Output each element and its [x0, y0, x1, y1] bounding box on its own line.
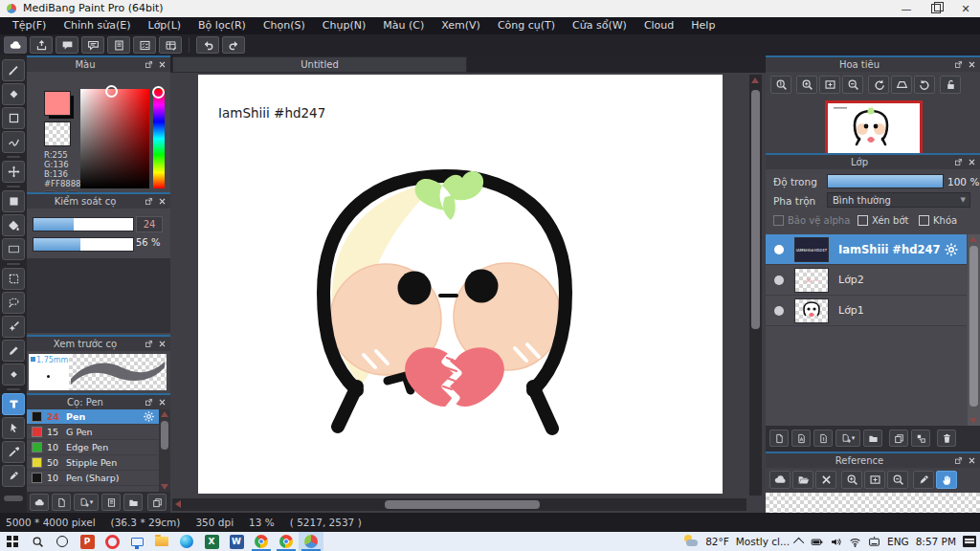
new-layer-button[interactable] [769, 430, 789, 447]
popout-icon[interactable] [953, 59, 964, 70]
brush-list-scrollbar[interactable] [159, 409, 170, 492]
layer-row-1[interactable]: Lớp1 [766, 296, 967, 326]
brush-item-g-pen[interactable]: 15 G Pen [27, 425, 159, 440]
scrollbar-thumb[interactable] [751, 90, 760, 329]
menu-view[interactable]: Xem(V) [433, 17, 489, 34]
canvas-horizontal-scrollbar[interactable] [172, 498, 746, 511]
battery-icon[interactable] [811, 536, 823, 548]
volume-icon[interactable] [830, 536, 842, 548]
menu-select[interactable]: Chọn(S) [255, 17, 314, 34]
new-folder-button[interactable] [863, 430, 882, 447]
navigator-fit-button[interactable] [819, 76, 840, 94]
brush-folder-button[interactable] [123, 494, 143, 511]
brush-script-button[interactable] [101, 494, 121, 511]
brush-item-pen-sharp[interactable]: 10 Pen (Sharp) [27, 471, 159, 486]
transparent-color-swatch[interactable] [44, 121, 71, 146]
close-panel-icon[interactable] [967, 157, 977, 167]
start-button[interactable] [0, 532, 25, 551]
tool-text[interactable] [2, 393, 25, 415]
taskbar-search-button[interactable] [25, 532, 50, 551]
reference-zoom-in-button[interactable] [841, 471, 862, 489]
tool-brush[interactable] [2, 59, 25, 81]
tool-move[interactable] [2, 161, 25, 183]
menu-file[interactable]: Tệp(F) [4, 17, 55, 34]
reference-zoom-out-button[interactable] [887, 471, 908, 489]
new-1bit-layer-button[interactable] [813, 430, 833, 447]
comment-button[interactable] [56, 36, 78, 54]
brush-item-stipple-pen[interactable]: 50 Stipple Pen [27, 455, 159, 471]
close-panel-icon[interactable] [967, 455, 977, 466]
scrollbar-thumb[interactable] [385, 500, 540, 509]
menu-window[interactable]: Cửa sổ(W) [564, 17, 635, 34]
touch-keyboard-icon[interactable] [868, 536, 880, 548]
restore-button[interactable] [922, 0, 950, 17]
canvas-vertical-scrollbar[interactable] [749, 75, 762, 496]
layer-visibility-toggle[interactable] [774, 306, 784, 316]
navigator-zoom-out-button[interactable] [842, 76, 863, 94]
lock-checkbox[interactable]: Khóa [919, 215, 957, 226]
export-button[interactable] [30, 36, 53, 54]
taskbar-display[interactable] [124, 532, 149, 551]
layer-visibility-toggle[interactable] [774, 276, 784, 285]
weather-temperature[interactable]: 82°F [705, 536, 729, 547]
blend-mode-dropdown[interactable]: Bình thường ▼ [827, 192, 970, 208]
menu-tools[interactable]: Công cụ(T) [489, 17, 564, 34]
tool-bucket[interactable] [2, 214, 25, 236]
tool-pen[interactable] [2, 465, 25, 487]
navigator-rotate-cw-button[interactable] [914, 76, 935, 94]
scroll-up-icon[interactable] [751, 77, 759, 83]
alpha-lock-checkbox[interactable]: Bảo vệ alpha [773, 215, 850, 226]
brush-item-pen[interactable]: 24 Pen [27, 409, 159, 425]
close-panel-icon[interactable] [157, 339, 167, 349]
reference-eyedropper-button[interactable] [913, 471, 934, 489]
popout-icon[interactable] [144, 397, 154, 408]
navigator-zoom-in-button[interactable] [796, 76, 817, 94]
navigator-reset-view-button[interactable] [891, 76, 912, 94]
scrollbar-thumb[interactable] [969, 246, 978, 407]
taskbar-file-explorer[interactable] [149, 532, 174, 551]
weather-description[interactable]: Mostly cl... [736, 536, 790, 547]
popout-icon[interactable] [953, 455, 964, 466]
menu-filter[interactable]: Bộ lọc(R) [189, 17, 255, 34]
brush-duplicate-button[interactable] [147, 494, 167, 511]
minimize-button[interactable]: — [892, 0, 921, 17]
scroll-up-icon[interactable] [161, 411, 168, 417]
taskbar-medibang[interactable] [299, 532, 323, 551]
layer-list-scrollbar[interactable] [968, 234, 980, 426]
scroll-down-icon[interactable] [969, 418, 977, 424]
reference-clear-button[interactable] [815, 471, 836, 489]
comment-list-button[interactable] [81, 36, 104, 54]
document-button[interactable] [107, 36, 130, 54]
tool-magic-wand[interactable] [2, 316, 25, 338]
tool-select-pen[interactable] [2, 340, 25, 362]
duplicate-layer-button[interactable] [889, 430, 908, 447]
layer-opacity-slider[interactable] [827, 174, 944, 188]
navigator-zoom-actual-button[interactable] [770, 76, 791, 94]
taskbar-chrome[interactable] [249, 532, 274, 551]
tool-eyedropper[interactable] [2, 441, 25, 463]
menu-capture[interactable]: Chụp(N) [314, 17, 374, 34]
reference-cloud-button[interactable] [769, 471, 791, 489]
add-layer-menu-button[interactable]: ▾ [835, 430, 860, 447]
brush-cloud-button[interactable] [30, 494, 49, 511]
navigator-unlock-button[interactable] [940, 76, 961, 94]
scroll-down-icon[interactable] [161, 484, 168, 490]
cloud-save-button[interactable] [4, 36, 27, 54]
language-indicator[interactable]: ENG [887, 536, 909, 547]
reference-hand-button[interactable] [936, 471, 957, 489]
cortana-button[interactable] [50, 532, 75, 551]
tool-select-eraser[interactable] [2, 364, 25, 386]
reference-open-button[interactable] [792, 471, 813, 489]
close-panel-icon[interactable] [157, 196, 167, 207]
taskbar-excel[interactable]: X [199, 532, 224, 551]
clock[interactable]: 8:57 PM [916, 536, 956, 547]
reference-fit-button[interactable] [864, 471, 885, 489]
tool-curve-snap[interactable] [2, 131, 25, 153]
taskbar-chrome-2[interactable] [274, 532, 299, 551]
brush-opacity-slider[interactable] [33, 237, 134, 252]
popout-icon[interactable] [144, 59, 154, 70]
navigator-rotate-ccw-button[interactable] [868, 76, 889, 94]
close-button[interactable]: ✕ [951, 0, 980, 17]
tool-size-slider[interactable] [4, 496, 23, 501]
layer-visibility-toggle[interactable] [774, 245, 784, 254]
